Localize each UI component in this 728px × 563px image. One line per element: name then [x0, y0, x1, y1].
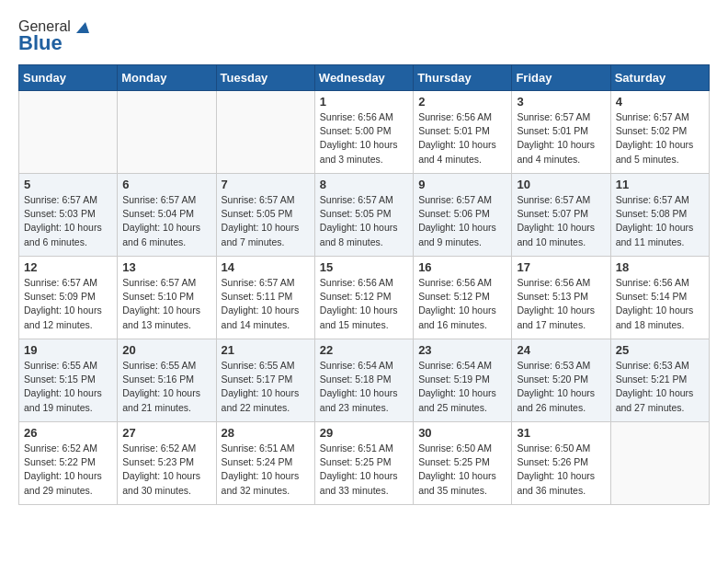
day-info: Sunrise: 6:57 AMSunset: 5:04 PMDaylight:… [122, 193, 210, 249]
calendar-empty-cell [610, 422, 709, 505]
day-info: Sunrise: 6:56 AMSunset: 5:12 PMDaylight:… [418, 276, 506, 332]
calendar-day-13: 13Sunrise: 6:57 AMSunset: 5:10 PMDayligh… [118, 257, 216, 339]
calendar-day-14: 14Sunrise: 6:57 AMSunset: 5:11 PMDayligh… [216, 257, 314, 339]
day-info: Sunrise: 6:57 AMSunset: 5:11 PMDaylight:… [222, 276, 310, 332]
calendar-week-row: 26Sunrise: 6:52 AMSunset: 5:22 PMDayligh… [19, 422, 710, 505]
calendar-day-8: 8Sunrise: 6:57 AMSunset: 5:05 PMDaylight… [314, 174, 413, 257]
calendar-week-row: 19Sunrise: 6:55 AMSunset: 5:15 PMDayligh… [19, 339, 710, 422]
day-info: Sunrise: 6:57 AMSunset: 5:02 PMDaylight:… [616, 110, 704, 167]
calendar-day-20: 20Sunrise: 6:55 AMSunset: 5:16 PMDayligh… [118, 339, 216, 422]
day-info: Sunrise: 6:57 AMSunset: 5:08 PMDaylight:… [616, 193, 704, 249]
day-number: 18 [616, 260, 704, 274]
day-number: 15 [320, 260, 408, 274]
day-number: 14 [222, 260, 310, 274]
day-info: Sunrise: 6:57 AMSunset: 5:05 PMDaylight:… [320, 193, 408, 249]
day-number: 2 [418, 95, 506, 109]
calendar-day-31: 31Sunrise: 6:50 AMSunset: 5:26 PMDayligh… [512, 422, 610, 505]
day-number: 27 [122, 426, 210, 440]
weekday-header-tuesday: Tuesday [216, 65, 314, 91]
day-number: 22 [320, 343, 408, 357]
day-info: Sunrise: 6:55 AMSunset: 5:16 PMDaylight:… [122, 359, 210, 415]
day-number: 9 [418, 178, 506, 191]
day-info: Sunrise: 6:51 AMSunset: 5:25 PMDaylight:… [320, 442, 408, 498]
day-number: 3 [517, 95, 605, 109]
weekday-header-saturday: Saturday [610, 65, 709, 91]
day-number: 7 [222, 178, 310, 191]
day-number: 8 [320, 178, 408, 191]
day-number: 23 [418, 343, 506, 357]
calendar-day-6: 6Sunrise: 6:57 AMSunset: 5:04 PMDaylight… [118, 174, 216, 257]
calendar-day-3: 3Sunrise: 6:57 AMSunset: 5:01 PMDaylight… [512, 91, 610, 174]
day-number: 6 [122, 178, 210, 191]
day-number: 13 [122, 260, 210, 274]
day-number: 11 [616, 178, 704, 191]
day-info: Sunrise: 6:53 AMSunset: 5:20 PMDaylight:… [517, 359, 605, 415]
day-number: 5 [24, 178, 112, 191]
day-info: Sunrise: 6:51 AMSunset: 5:24 PMDaylight:… [222, 442, 310, 498]
day-info: Sunrise: 6:56 AMSunset: 5:01 PMDaylight:… [418, 110, 506, 167]
day-info: Sunrise: 6:57 AMSunset: 5:09 PMDaylight:… [24, 276, 112, 332]
calendar-day-28: 28Sunrise: 6:51 AMSunset: 5:24 PMDayligh… [216, 422, 314, 505]
day-number: 1 [320, 95, 408, 109]
weekday-header-thursday: Thursday [414, 65, 512, 91]
day-number: 16 [418, 260, 506, 274]
calendar-body: 1Sunrise: 6:56 AMSunset: 5:00 PMDaylight… [19, 91, 710, 505]
calendar-empty-cell [19, 91, 118, 174]
svg-marker-0 [76, 22, 89, 33]
day-info: Sunrise: 6:57 AMSunset: 5:07 PMDaylight:… [517, 193, 605, 249]
weekday-header-friday: Friday [512, 65, 610, 91]
calendar-day-15: 15Sunrise: 6:56 AMSunset: 5:12 PMDayligh… [314, 257, 413, 339]
day-info: Sunrise: 6:54 AMSunset: 5:19 PMDaylight:… [418, 359, 506, 415]
day-number: 10 [517, 178, 605, 191]
calendar-day-22: 22Sunrise: 6:54 AMSunset: 5:18 PMDayligh… [314, 339, 413, 422]
calendar-table: SundayMondayTuesdayWednesdayThursdayFrid… [18, 64, 710, 505]
calendar-day-16: 16Sunrise: 6:56 AMSunset: 5:12 PMDayligh… [414, 257, 512, 339]
calendar-week-row: 1Sunrise: 6:56 AMSunset: 5:00 PMDaylight… [19, 91, 710, 174]
day-number: 4 [616, 95, 704, 109]
calendar-day-29: 29Sunrise: 6:51 AMSunset: 5:25 PMDayligh… [314, 422, 413, 505]
day-info: Sunrise: 6:50 AMSunset: 5:25 PMDaylight:… [418, 442, 506, 498]
day-info: Sunrise: 6:55 AMSunset: 5:15 PMDaylight:… [24, 359, 112, 415]
calendar-week-row: 12Sunrise: 6:57 AMSunset: 5:09 PMDayligh… [19, 257, 710, 339]
day-number: 24 [517, 343, 605, 357]
day-info: Sunrise: 6:50 AMSunset: 5:26 PMDaylight:… [517, 442, 605, 498]
day-info: Sunrise: 6:57 AMSunset: 5:03 PMDaylight:… [24, 193, 112, 249]
calendar-day-21: 21Sunrise: 6:55 AMSunset: 5:17 PMDayligh… [216, 339, 314, 422]
calendar-day-18: 18Sunrise: 6:56 AMSunset: 5:14 PMDayligh… [610, 257, 709, 339]
day-number: 19 [24, 343, 112, 357]
weekday-header-monday: Monday [118, 65, 216, 91]
day-info: Sunrise: 6:57 AMSunset: 5:01 PMDaylight:… [517, 110, 605, 167]
day-number: 17 [517, 260, 605, 274]
day-number: 28 [222, 426, 310, 440]
day-number: 26 [24, 426, 112, 440]
day-number: 21 [222, 343, 310, 357]
calendar-day-30: 30Sunrise: 6:50 AMSunset: 5:25 PMDayligh… [414, 422, 512, 505]
day-info: Sunrise: 6:56 AMSunset: 5:12 PMDaylight:… [320, 276, 408, 332]
calendar-day-9: 9Sunrise: 6:57 AMSunset: 5:06 PMDaylight… [414, 174, 512, 257]
day-number: 31 [517, 426, 605, 440]
calendar-empty-cell [216, 91, 314, 174]
calendar-day-24: 24Sunrise: 6:53 AMSunset: 5:20 PMDayligh… [512, 339, 610, 422]
calendar-day-27: 27Sunrise: 6:52 AMSunset: 5:23 PMDayligh… [118, 422, 216, 505]
day-number: 25 [616, 343, 704, 357]
day-info: Sunrise: 6:57 AMSunset: 5:10 PMDaylight:… [122, 276, 210, 332]
day-number: 29 [320, 426, 408, 440]
header: General Blue [18, 18, 710, 55]
calendar-day-5: 5Sunrise: 6:57 AMSunset: 5:03 PMDaylight… [19, 174, 118, 257]
day-info: Sunrise: 6:55 AMSunset: 5:17 PMDaylight:… [222, 359, 310, 415]
weekday-header-wednesday: Wednesday [314, 65, 413, 91]
day-info: Sunrise: 6:52 AMSunset: 5:22 PMDaylight:… [24, 442, 112, 498]
day-info: Sunrise: 6:53 AMSunset: 5:21 PMDaylight:… [616, 359, 704, 415]
logo-blue-text: Blue [18, 31, 63, 55]
calendar-day-17: 17Sunrise: 6:56 AMSunset: 5:13 PMDayligh… [512, 257, 610, 339]
logo: General Blue [18, 18, 89, 55]
day-info: Sunrise: 6:56 AMSunset: 5:00 PMDaylight:… [320, 110, 408, 167]
calendar-empty-cell [118, 91, 216, 174]
day-number: 30 [418, 426, 506, 440]
day-info: Sunrise: 6:57 AMSunset: 5:06 PMDaylight:… [418, 193, 506, 249]
day-number: 20 [122, 343, 210, 357]
day-info: Sunrise: 6:52 AMSunset: 5:23 PMDaylight:… [122, 442, 210, 498]
calendar-day-2: 2Sunrise: 6:56 AMSunset: 5:01 PMDaylight… [414, 91, 512, 174]
day-info: Sunrise: 6:56 AMSunset: 5:13 PMDaylight:… [517, 276, 605, 332]
logo-icon [73, 18, 89, 35]
